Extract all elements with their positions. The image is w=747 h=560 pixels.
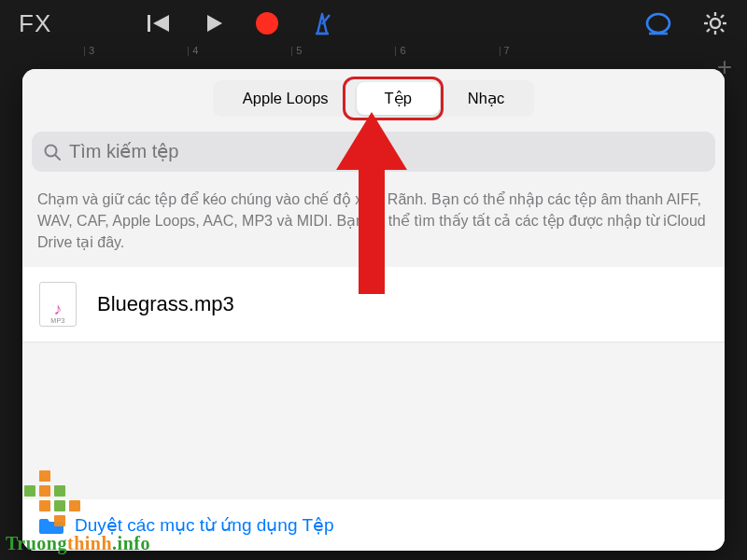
ruler-tick: 3 <box>84 47 94 56</box>
metronome-icon[interactable] <box>309 11 335 35</box>
ruler-tick: 6 <box>395 47 405 56</box>
music-note-icon: ♪ <box>54 301 63 317</box>
search-icon <box>43 143 62 161</box>
record-button[interactable] <box>255 11 279 35</box>
svg-line-12 <box>721 29 724 32</box>
ruler-tick: 7 <box>500 47 510 56</box>
transport-toolbar: FX <box>0 0 747 47</box>
hint-text: Chạm và giữ các tệp để kéo chúng vào chế… <box>22 183 725 267</box>
svg-line-14 <box>721 15 724 18</box>
search-container <box>22 130 725 183</box>
file-name-label: Bluegrass.mp3 <box>97 292 234 316</box>
settings-gear-icon[interactable] <box>702 10 728 36</box>
tab-apple-loops[interactable]: Apple Loops <box>215 82 357 115</box>
svg-line-11 <box>707 15 710 18</box>
ruler-tick: 5 <box>291 47 302 56</box>
svg-point-1 <box>256 12 278 35</box>
file-row[interactable]: ♪ MP3 Bluegrass.mp3 <box>22 267 725 343</box>
segmented-control: Apple Loops Tệp Nhạc <box>213 80 534 117</box>
svg-point-4 <box>647 14 669 33</box>
timeline-ruler: 3 4 5 6 7 <box>0 47 747 62</box>
search-input[interactable] <box>69 141 704 162</box>
tab-files[interactable]: Tệp <box>357 82 440 115</box>
loop-browser-button[interactable] <box>644 11 672 35</box>
play-button[interactable] <box>203 12 225 35</box>
ruler-tick: 4 <box>188 47 198 56</box>
file-ext-label: MP3 <box>50 317 64 324</box>
popover-caret <box>650 69 672 71</box>
loop-browser-popover: Apple Loops Tệp Nhạc Chạm và giữ các tệp… <box>22 69 725 551</box>
file-list: ♪ MP3 Bluegrass.mp3 <box>22 267 725 343</box>
svg-line-16 <box>55 155 60 160</box>
search-field[interactable] <box>32 132 715 172</box>
tab-music[interactable]: Nhạc <box>440 82 532 115</box>
svg-line-13 <box>707 29 710 32</box>
empty-area <box>22 343 725 499</box>
prev-track-button[interactable] <box>147 13 173 34</box>
audio-file-icon: ♪ MP3 <box>39 282 77 327</box>
svg-rect-0 <box>148 15 150 32</box>
svg-point-6 <box>711 19 720 28</box>
watermark-logo <box>24 470 80 526</box>
watermark-text: Truongthinh.info <box>6 533 150 554</box>
fx-button[interactable]: FX <box>19 9 51 38</box>
segmented-control-wrap: Apple Loops Tệp Nhạc <box>22 69 725 130</box>
